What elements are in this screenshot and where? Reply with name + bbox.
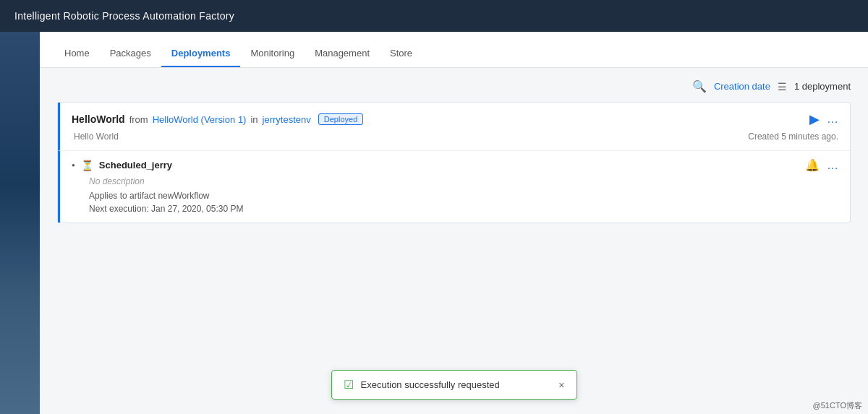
schedule-name: Scheduled_jerry	[99, 160, 172, 171]
deployed-badge: Deployed	[318, 113, 363, 125]
nav-store[interactable]: Store	[380, 48, 422, 67]
layout: Home Packages Deployments Monitoring Man…	[0, 32, 868, 414]
package-link[interactable]: HelloWorld (Version 1)	[153, 114, 247, 125]
schedule-title-row: ● ⏳ Scheduled_jerry	[72, 160, 172, 171]
content-area: Home Packages Deployments Monitoring Man…	[40, 32, 868, 414]
attribution: @51CTO博客	[813, 400, 862, 411]
deployment-created-time: Created 5 minutes ago.	[748, 131, 838, 142]
schedule-next-execution: Next execution: Jan 27, 2020, 05:30 PM	[89, 204, 838, 214]
bell-icon[interactable]: 🔔	[805, 158, 820, 172]
env-link[interactable]: jerrytestenv	[263, 114, 311, 125]
in-text: in	[250, 114, 258, 125]
deployment-subtitle: Hello World	[74, 131, 119, 142]
from-text: from	[129, 114, 148, 125]
toolbar-row: 🔍 Creation date ☰ 1 deployment	[57, 79, 851, 93]
schedule-right: 🔔 …	[805, 158, 838, 172]
schedule-more-icon[interactable]: …	[827, 159, 838, 172]
creation-date-button[interactable]: Creation date	[714, 81, 770, 92]
nav-home[interactable]: Home	[54, 48, 100, 67]
deployment-title-row: HelloWorld from HelloWorld (Version 1) i…	[72, 113, 363, 125]
schedule-header: ● ⏳ Scheduled_jerry 🔔 …	[72, 158, 838, 172]
schedule-icon: ⏳	[81, 160, 93, 171]
toast-check-icon: ☑	[344, 378, 354, 392]
filter-icon[interactable]: ☰	[778, 81, 787, 92]
toast-notification: ☑ Execution successfully requested ×	[331, 370, 577, 400]
deployment-card: HelloWorld from HelloWorld (Version 1) i…	[57, 102, 851, 223]
top-bar: Intelligent Robotic Process Automation F…	[0, 0, 868, 32]
schedule-details: No description Applies to artifact newWo…	[72, 176, 838, 214]
schedule-applies: Applies to artifact newWorkflow	[89, 191, 838, 201]
page-content: 🔍 Creation date ☰ 1 deployment HelloWorl…	[40, 68, 868, 414]
schedule-section: ● ⏳ Scheduled_jerry 🔔 … No description A…	[58, 150, 850, 223]
schedule-no-description: No description	[89, 176, 838, 186]
nav-bar: Home Packages Deployments Monitoring Man…	[40, 32, 868, 68]
sidebar-background	[0, 32, 40, 414]
nav-management[interactable]: Management	[305, 48, 380, 67]
nav-monitoring[interactable]: Monitoring	[240, 48, 305, 67]
deployment-count: 1 deployment	[794, 81, 851, 92]
deployment-subinfo: Hello World Created 5 minutes ago.	[58, 130, 850, 150]
nav-packages[interactable]: Packages	[100, 48, 161, 67]
app-title: Intelligent Robotic Process Automation F…	[14, 10, 234, 22]
toast-close-button[interactable]: ×	[558, 379, 564, 391]
deployment-header: HelloWorld from HelloWorld (Version 1) i…	[58, 103, 850, 130]
deployment-name: HelloWorld	[72, 113, 125, 125]
run-icon[interactable]: ▶	[809, 111, 820, 127]
toast-message: Execution successfully requested	[361, 379, 552, 390]
deployment-header-right: ▶ …	[809, 111, 838, 127]
search-icon[interactable]: 🔍	[692, 79, 707, 93]
nav-deployments[interactable]: Deployments	[161, 48, 241, 67]
bullet-dot: ●	[72, 162, 75, 168]
more-options-icon[interactable]: …	[827, 113, 838, 126]
